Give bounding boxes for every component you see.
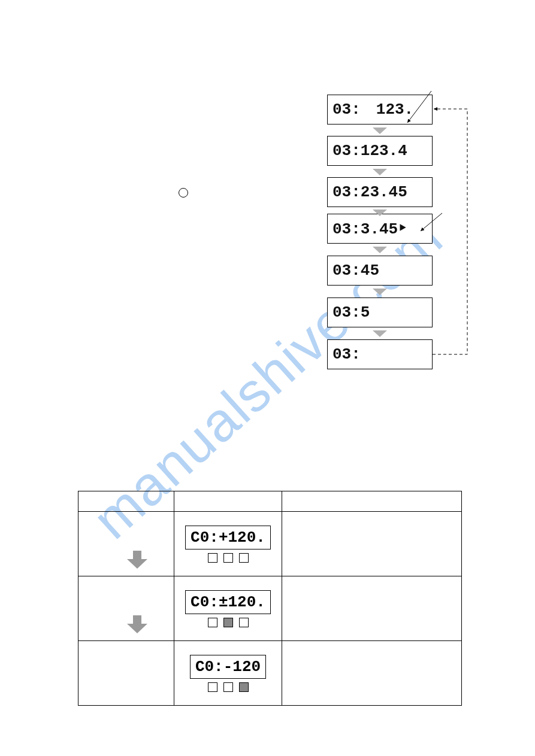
lcd-display-6: 03: [327, 339, 433, 369]
table-cell-display: C0:+120. [174, 512, 282, 576]
lcd-value: C0:-120 [195, 658, 261, 676]
svg-marker-5 [373, 247, 387, 253]
lcd-display-4: 03:45 [327, 256, 433, 286]
polarity-table: C0:+120. C0:±120. [78, 491, 462, 706]
svg-marker-2 [373, 127, 387, 134]
indicator-squares [174, 618, 282, 627]
lcd-display-1: 03:123.4 [327, 136, 433, 166]
arrow-down-icon [127, 551, 147, 569]
flow-arrows-icon [0, 0, 535, 419]
square-icon [223, 682, 233, 692]
marker-circle-icon [179, 188, 188, 198]
square-icon [223, 618, 233, 627]
svg-marker-6 [373, 289, 387, 295]
table-cell-arrow [78, 641, 174, 706]
table-cell-display: C0:-120 [174, 641, 282, 706]
lcd-value: 03:3.45‣ [333, 219, 407, 238]
table-cell-desc [282, 576, 462, 641]
lcd-value: 03:45 [333, 262, 379, 280]
lcd-value: 03: [333, 345, 361, 363]
lcd-value: C0:±120. [191, 593, 265, 611]
table-cell-display: C0:±120. [174, 576, 282, 641]
table-header-cell [78, 491, 174, 512]
table-header-cell [282, 491, 462, 512]
lcd-value: 03:123.4 [333, 142, 407, 160]
svg-marker-3 [373, 169, 387, 175]
arrow-down-icon [127, 615, 147, 633]
square-icon [208, 682, 217, 692]
square-icon [239, 618, 249, 627]
table-cell-desc [282, 512, 462, 576]
lcd-value: C0:+120. [191, 529, 265, 546]
lcd-display-0: 03: 123. [327, 95, 433, 125]
square-icon [208, 553, 217, 563]
table-header-cell [174, 491, 282, 512]
indicator-squares [174, 553, 282, 563]
svg-marker-7 [373, 330, 387, 337]
table-cell-arrow [78, 576, 174, 641]
lcd-display-3: 03:3.45‣ [327, 214, 433, 244]
square-icon [223, 553, 233, 563]
table-cell-arrow [78, 512, 174, 576]
lcd-value: 03:5 [333, 303, 370, 321]
lcd-value: 03:23.45 [333, 183, 407, 201]
square-icon [239, 553, 249, 563]
square-icon [208, 618, 217, 627]
indicator-squares [174, 682, 282, 692]
lcd-display-5: 03:5 [327, 297, 433, 327]
table-cell-desc [282, 641, 462, 706]
lcd-value: 03: 123. [333, 101, 413, 119]
square-icon [239, 682, 249, 692]
lcd-display-2: 03:23.45 [327, 177, 433, 207]
